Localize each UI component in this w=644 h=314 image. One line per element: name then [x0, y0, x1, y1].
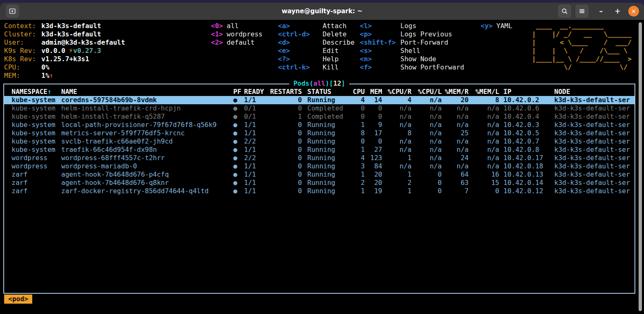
cell-mem-l: n/a [469, 146, 499, 154]
cell-status: Running [302, 96, 348, 104]
cell-status: Running [302, 162, 348, 170]
table-row[interactable]: kube-systemhelm-install-traefik-q5287●0/… [4, 113, 634, 121]
cell-name: agent-hook-7b4648d676-q8knr [61, 179, 232, 187]
cell-namespace: kube-system [4, 129, 61, 137]
cell-node: k3d-k3s-default-ser [551, 162, 634, 170]
cell-node: k3d-k3s-default-ser [551, 113, 634, 121]
table-row[interactable]: zarfzarf-docker-registry-856dd74644-q4lt… [4, 187, 634, 195]
cell-mem: 9 [365, 121, 382, 129]
cell-cpu-l: n/a [412, 154, 442, 162]
cell-ready: 2/2 [244, 154, 270, 162]
cell-node: k3d-k3s-default-ser [551, 146, 634, 154]
cell-mem-r: n/a [442, 137, 469, 146]
cell-mem-r: 63 [442, 179, 469, 187]
cell-ip: 10.42.0.7 [499, 137, 551, 146]
cell-mem-r: 24 [442, 154, 469, 162]
cell-mem: 20 [365, 170, 382, 179]
cell-namespace: kube-system [4, 96, 61, 104]
cell-ready: 1/1 [244, 187, 270, 195]
column-header-name: NAME [61, 88, 232, 96]
titlebar: wayne@guilty-spark: ~ – + ✕ [0, 2, 644, 20]
table-row[interactable]: kube-systemtraefik-66c46d954f-dx98n●1/10… [4, 146, 634, 154]
table-row[interactable]: kube-systemmetrics-server-5f9f776df5-krc… [4, 129, 634, 137]
column-header-cpu-r: %CPU/R [382, 88, 412, 96]
cell-pf: ● [232, 154, 244, 162]
new-tab-button[interactable] [6, 5, 19, 18]
cell-cpu: 0 [348, 104, 365, 113]
cell-ready: 1/1 [244, 96, 270, 104]
cell-ready: 1/1 [244, 162, 270, 170]
cell-pf: ● [232, 146, 244, 154]
cell-restarts: 0 [270, 104, 302, 113]
cluster-info-row: User:admin@k3d-k3s-default [4, 38, 125, 47]
cell-namespace: kube-system [4, 113, 61, 121]
cell-mem-r: 64 [442, 170, 469, 179]
cell-ip: 10.42.0.12 [499, 187, 551, 195]
cluster-info-row: Context:k3d-k3s-default [4, 22, 125, 30]
cell-cpu-r: n/a [382, 137, 412, 146]
table-row[interactable]: wordpresswordpress-68fff4557c-t2hrr●2/20… [4, 154, 634, 162]
cell-restarts: 1 [270, 113, 302, 121]
cell-cpu-l: n/a [412, 146, 442, 154]
hotkey: <2>default [211, 38, 263, 47]
cell-status: Running [302, 154, 348, 162]
cell-restarts: 0 [270, 179, 302, 187]
cell-cpu-r: 2 [382, 179, 412, 187]
cell-restarts: 0 [270, 137, 302, 146]
search-button[interactable] [558, 5, 571, 18]
cell-status: Running [302, 179, 348, 187]
table-row[interactable]: kube-systemhelm-install-traefik-crd-hcpj… [4, 104, 634, 113]
cell-ready: 0/1 [244, 113, 270, 121]
menu-button[interactable] [575, 5, 589, 18]
cell-mem: 27 [365, 146, 382, 154]
cell-mem: 0 [365, 113, 382, 121]
table-row[interactable]: wordpresswordpress-mariadb-0●1/10Running… [4, 162, 634, 170]
hotkey: <ctrl-d>Delete [278, 30, 354, 38]
cluster-info-row: Cluster:k3d-k3s-default [4, 30, 125, 38]
column-header-mem-l: %MEM/L [469, 88, 499, 96]
cell-mem: 14 [365, 96, 382, 104]
cell-restarts: 0 [270, 170, 302, 179]
minimize-button[interactable]: – [593, 7, 609, 15]
cell-mem-l: n/a [469, 162, 499, 170]
hotkey: <s>Shell [360, 47, 464, 55]
table-row[interactable]: kube-systemsvclb-traefik-c66ae0f2-jh9cd●… [4, 137, 634, 146]
cell-namespace: zarf [4, 187, 61, 195]
pods-table: Pods(all)[12] NAMESPACE↑NAMEPFREADYRESTA… [3, 84, 635, 294]
cluster-info-row: K8s Rev:v1.25.7+k3s1 [4, 55, 125, 63]
cell-cpu: 3 [348, 162, 365, 170]
cell-mem: 0 [365, 104, 382, 113]
table-row[interactable]: zarfagent-hook-7b4648d676-q8knr●1/10Runn… [4, 179, 634, 187]
cell-name: coredns-597584b69b-8vdmk [61, 96, 232, 104]
cell-mem-l: n/a [469, 113, 499, 121]
cell-cpu: 4 [348, 96, 365, 104]
cell-namespace: kube-system [4, 146, 61, 154]
close-button[interactable]: ✕ [628, 6, 639, 17]
scrollbar-thumb[interactable] [639, 22, 642, 311]
table-title: Pods(all)[12] [289, 79, 349, 88]
cell-ready: 1/1 [244, 121, 270, 129]
cell-cpu: 0 [348, 137, 365, 146]
column-header-ip: IP [499, 88, 551, 96]
table-row[interactable]: kube-systemcoredns-597584b69b-8vdmk●1/10… [4, 96, 634, 104]
cell-name: agent-hook-7b4648d676-p4cfq [61, 170, 232, 179]
table-row[interactable]: zarfagent-hook-7b4648d676-p4cfq●1/10Runn… [4, 170, 634, 179]
cell-name: svclb-traefik-c66ae0f2-jh9cd [61, 137, 232, 146]
column-header-mem-r: %MEM/R [442, 88, 469, 96]
table-row[interactable]: kube-systemlocal-path-provisioner-79f67d… [4, 121, 634, 129]
maximize-button[interactable]: + [609, 7, 626, 15]
hotkey: <?>Help [278, 55, 354, 63]
hotkey: <y>YAML [481, 22, 512, 30]
breadcrumb-pod: <pod> [4, 295, 32, 304]
cell-ip: 10.42.0.4 [499, 113, 551, 121]
cell-restarts: 0 [270, 129, 302, 137]
cell-cpu-l: 0 [412, 179, 442, 187]
cell-mem-r: n/a [442, 146, 469, 154]
action-hotkeys-col3: <y>YAML [481, 22, 512, 30]
column-header-ready: READY [244, 88, 270, 96]
cell-restarts: 0 [270, 96, 302, 104]
cell-name: helm-install-traefik-q5287 [61, 113, 232, 121]
hotkey: <d>Describe [278, 38, 354, 47]
cell-node: k3d-k3s-default-ser [551, 187, 634, 195]
cell-pf: ● [232, 96, 244, 104]
